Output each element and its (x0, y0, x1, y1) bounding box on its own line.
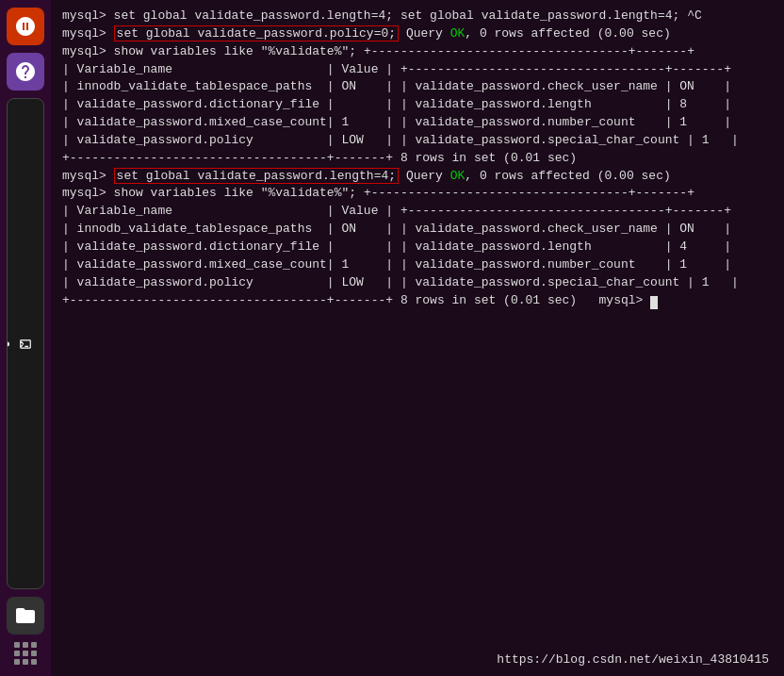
terminal-icon[interactable] (7, 98, 44, 589)
terminal-line: | innodb_validate_tablespace_paths | ON … (62, 79, 393, 93)
terminal-line: 8 rows in set (0.01 sec) (400, 293, 577, 307)
terminal-prompt-line: mysql> (599, 293, 659, 307)
terminal-line: | validate_password.policy | LOW | (62, 133, 393, 147)
terminal-line: +-----------------------------------+---… (400, 62, 731, 76)
terminal-line: ^C (687, 8, 702, 23)
terminal-blank (584, 293, 592, 307)
terminal-line: | innodb_validate_tablespace_paths | ON … (62, 222, 393, 236)
terminal-line: set global validate_password.length=4; (400, 8, 679, 23)
terminal-wrapper: mysql> set global validate_password.leng… (51, 0, 784, 676)
terminal-line: mysql> show variables like "%validate%"; (62, 186, 356, 200)
terminal-line: | Variable_name | Value | (62, 204, 393, 218)
terminal-line: | validate_password.mixed_case_count| 1 … (62, 115, 393, 129)
terminal-blank (584, 151, 592, 165)
terminal-line: +-----------------------------------+---… (400, 204, 731, 218)
terminal-line: mysql> set global validate_password.leng… (62, 8, 393, 23)
terminal-line: | validate_password.length | 8 | (400, 97, 731, 111)
terminal-line: | validate_password.dictionary_file | | (62, 97, 393, 111)
terminal-line: | Variable_name | Value | (62, 62, 393, 76)
terminal-line: | validate_password.number_count | 1 | (400, 257, 731, 272)
help-icon[interactable] (7, 53, 44, 91)
terminal-line: Query OK, 0 rows affected (0.00 sec) (406, 169, 671, 183)
terminal-line: Query OK, 0 rows affected (0.00 sec) (406, 26, 671, 41)
terminal-line: | validate_password.number_count | 1 | (400, 115, 731, 129)
terminal-line: | validate_password.special_char_count |… (400, 133, 739, 147)
terminal-blank (678, 26, 686, 41)
app-store-icon[interactable] (7, 8, 44, 45)
terminal-line: +-----------------------------------+---… (62, 151, 393, 165)
sidebar (0, 0, 51, 676)
terminal-line: 8 rows in set (0.01 sec) (400, 151, 577, 165)
terminal-line: +-----------------------------------+---… (364, 44, 694, 58)
terminal-line: | validate_password.length | 4 | (400, 239, 731, 254)
terminal-line: | validate_password.special_char_count |… (400, 275, 739, 289)
terminal-line: | validate_password.dictionary_file | | (62, 239, 393, 254)
terminal-line: | validate_password.mixed_case_count| 1 … (62, 257, 393, 272)
terminal-line: | validate_password.check_user_name | ON… (400, 79, 731, 93)
terminal-line: +-----------------------------------+---… (62, 293, 393, 307)
terminal-cmd-line: mysql> set global validate_password.leng… (62, 168, 399, 184)
files-icon[interactable] (7, 597, 44, 635)
terminal-blank (678, 169, 686, 183)
terminal-line: +-----------------------------------+---… (364, 186, 694, 200)
terminal-cmd-line: mysql> set global validate_password.poli… (62, 25, 399, 41)
terminal-line: | validate_password.check_user_name | ON… (400, 222, 731, 236)
apps-grid[interactable] (14, 642, 37, 665)
url-label: https://blog.csdn.net/weixin_43810415 (497, 652, 769, 667)
terminal[interactable]: mysql> set global validate_password.leng… (51, 0, 784, 317)
terminal-line: | validate_password.policy | LOW | (62, 275, 393, 289)
terminal-line: mysql> show variables like "%validate%"; (62, 44, 356, 58)
